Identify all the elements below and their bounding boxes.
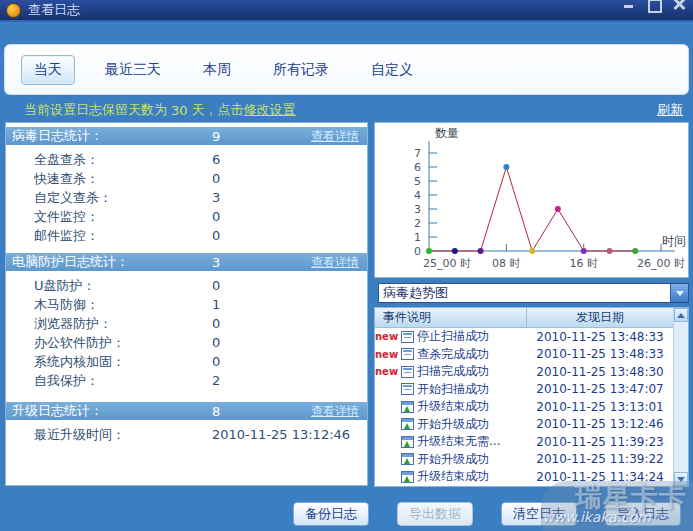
- view-details-link[interactable]: 查看详情: [311, 403, 367, 420]
- stat-label: 自定义查杀：: [34, 189, 212, 207]
- arrow-up-icon: [677, 313, 685, 318]
- export-data-button[interactable]: 导出数据: [397, 502, 473, 526]
- tab-today[interactable]: 当天: [21, 55, 75, 85]
- stat-value: 0: [212, 278, 367, 293]
- stat-value: 0: [212, 316, 367, 331]
- section-title: 病毒日志统计：: [12, 127, 212, 145]
- stat-row: 最近升级时间：2010-11-25 13:12:46: [6, 425, 367, 444]
- events-table: 事件说明 发现日期 new停止扫描成功2010-11-25 13:48:33 n…: [374, 307, 689, 487]
- stat-value: 6: [212, 152, 367, 167]
- event-text: 开始扫描成功: [417, 381, 527, 398]
- new-badge: new: [375, 331, 399, 342]
- event-text: 查杀完成成功: [417, 346, 527, 363]
- new-badge: new: [375, 366, 399, 377]
- notice-prefix: 当前设置日志保留天数为: [24, 101, 167, 119]
- svg-text:3: 3: [414, 203, 421, 216]
- tab-this-week[interactable]: 本周: [191, 56, 243, 84]
- window-controls: [622, 0, 685, 10]
- stat-value: 2: [212, 373, 367, 388]
- titlebar: 查看日志: [0, 0, 693, 22]
- tab-custom[interactable]: 自定义: [359, 56, 425, 84]
- event-row[interactable]: new开始扫描成功2010-11-25 13:47:07: [375, 381, 673, 399]
- event-text: 升级结束无需...: [417, 433, 527, 450]
- arrow-down-icon: [677, 477, 685, 482]
- view-logs-window: 查看日志 当天 最近三天 本周 所有记录 自定义 当前设置日志保留天数为 30 …: [0, 0, 693, 531]
- section-title: 升级日志统计：: [12, 402, 212, 420]
- stat-value: 0: [212, 354, 367, 369]
- event-date: 2010-11-25 13:13:01: [527, 400, 673, 414]
- maximize-icon[interactable]: [647, 0, 660, 10]
- event-row[interactable]: new升级结束无需...2010-11-25 11:39:23: [375, 433, 673, 451]
- stat-label: 快速查杀：: [34, 170, 212, 188]
- event-text: 升级结束成功: [417, 398, 527, 415]
- scroll-down-button[interactable]: [674, 472, 688, 486]
- view-details-link[interactable]: 查看详情: [311, 128, 367, 145]
- svg-text:26_00 时: 26_00 时: [637, 257, 685, 270]
- event-row[interactable]: new开始升级成功2010-11-25 11:39:22: [375, 451, 673, 469]
- event-date: 2010-11-25 13:47:07: [527, 382, 673, 396]
- event-row[interactable]: new停止扫描成功2010-11-25 13:48:33: [375, 328, 673, 346]
- stat-label: 全盘查杀：: [34, 151, 212, 169]
- trend-type-value: 病毒趋势图: [379, 284, 670, 302]
- event-date: 2010-11-25 13:48:33: [527, 330, 673, 344]
- stat-row: 全盘查杀：6: [6, 150, 367, 169]
- stat-label: 办公软件防护：: [34, 334, 212, 352]
- stat-value: 3: [212, 190, 367, 205]
- event-text: 停止扫描成功: [417, 328, 527, 345]
- backup-logs-button[interactable]: 备份日志: [293, 502, 369, 526]
- stat-value: 0: [212, 209, 367, 224]
- close-icon[interactable]: [672, 0, 685, 10]
- stat-row: 自定义查杀：3: [6, 188, 367, 207]
- dropdown-button[interactable]: [670, 284, 688, 302]
- tab-strip: 当天 最近三天 本周 所有记录 自定义: [4, 44, 689, 95]
- modify-settings-link[interactable]: 修改设置: [244, 101, 296, 119]
- stat-label: 系统内核加固：: [34, 353, 212, 371]
- event-row[interactable]: new升级结束成功2010-11-25 11:34:24: [375, 468, 673, 486]
- minimize-icon[interactable]: [622, 0, 635, 10]
- stat-row: 文件监控：0: [6, 207, 367, 226]
- stat-row: 自我保护：2: [6, 371, 367, 390]
- stat-row: 邮件监控：0: [6, 226, 367, 245]
- stat-row: 办公软件防护：0: [6, 333, 367, 352]
- event-text: 开始升级成功: [417, 416, 527, 433]
- svg-text:7: 7: [414, 147, 421, 160]
- section-title: 电脑防护日志统计：: [12, 253, 212, 271]
- scrollbar[interactable]: [673, 308, 688, 486]
- stat-row: U盘防护：0: [6, 276, 367, 295]
- stat-value: 1: [212, 297, 367, 312]
- scroll-up-button[interactable]: [674, 308, 688, 322]
- trend-type-select[interactable]: 病毒趋势图: [378, 283, 689, 303]
- window-title: 查看日志: [28, 1, 80, 19]
- event-text: 扫描完成成功: [417, 363, 527, 380]
- new-badge: new: [375, 349, 399, 360]
- tab-last-three-days[interactable]: 最近三天: [93, 56, 173, 84]
- event-row[interactable]: new扫描完成成功2010-11-25 13:48:30: [375, 363, 673, 381]
- view-details-link[interactable]: 查看详情: [311, 254, 367, 271]
- event-text: 开始升级成功: [417, 451, 527, 468]
- stat-label: 浏览器防护：: [34, 315, 212, 333]
- stat-label: 自我保护：: [34, 372, 212, 390]
- event-icon: [401, 331, 414, 343]
- event-row[interactable]: new开始升级成功2010-11-25 13:12:46: [375, 416, 673, 434]
- trend-chart-panel: 0123456725_00 时08 时16 时26_00 时数量时间: [374, 122, 689, 278]
- chevron-down-icon: [676, 291, 684, 296]
- stat-row: 系统内核加固：0: [6, 352, 367, 371]
- clear-logs-button[interactable]: 清空日志: [501, 502, 577, 526]
- section-header-upgrade: 升级日志统计： 8 查看详情: [6, 402, 367, 420]
- event-row[interactable]: new查杀完成成功2010-11-25 13:48:33: [375, 346, 673, 364]
- col-header-event[interactable]: 事件说明: [375, 308, 527, 327]
- import-logs-button[interactable]: 导入日志: [605, 502, 681, 526]
- event-row[interactable]: new升级结束成功2010-11-25 13:13:01: [375, 398, 673, 416]
- svg-text:25_00 时: 25_00 时: [423, 257, 471, 270]
- svg-text:4: 4: [414, 189, 421, 202]
- event-date: 2010-11-25 13:48:30: [527, 365, 673, 379]
- tab-all-records[interactable]: 所有记录: [261, 56, 341, 84]
- virus-trend-chart: 0123456725_00 时08 时16 时26_00 时数量时间: [375, 123, 688, 277]
- event-date: 2010-11-25 11:34:24: [527, 470, 673, 484]
- section-total: 9: [212, 129, 311, 144]
- event-text: 升级结束成功: [417, 468, 527, 485]
- refresh-link[interactable]: 刷新: [657, 101, 683, 119]
- event-icon: [401, 418, 414, 430]
- stat-label: 文件监控：: [34, 208, 212, 226]
- col-header-date[interactable]: 发现日期: [527, 308, 673, 327]
